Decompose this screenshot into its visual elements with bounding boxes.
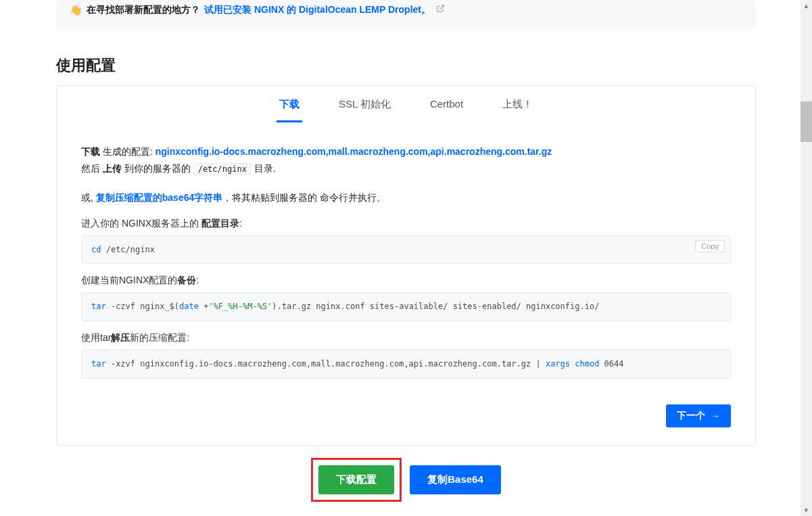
- intro-line-1: 下载 生成的配置: nginxconfig.io-docs.macrozheng…: [81, 143, 731, 160]
- copy-base64-link[interactable]: 复制压缩配置的base64字符串: [96, 192, 222, 203]
- code-extract-p1: -xzvf nginxconfig.io-docs.macrozheng.com…: [106, 359, 546, 369]
- tab-certbot[interactable]: Certbot: [427, 98, 466, 122]
- promo-banner: 👋 在寻找部署新配置的地方？ 试用已安装 NGINX 的 DigitalOcea…: [56, 0, 756, 30]
- code-backup-p2: +: [199, 302, 208, 311]
- step2-suffix: :: [196, 275, 199, 285]
- code-backup-p1: -czvf nginx_$(: [106, 302, 179, 311]
- code-block-backup: tar -czvf nginx_$(date +'%F_%H-%M-%S').t…: [81, 292, 731, 321]
- arrow-right-icon: →: [711, 411, 720, 421]
- action-row: 下载配置 复制Base64: [5, 446, 807, 516]
- code-extract-kw2: xargs: [546, 359, 570, 369]
- then-text: 然后: [81, 163, 103, 174]
- download-archive-link[interactable]: nginxconfig.io-docs.macrozheng.com,mall.…: [156, 146, 552, 157]
- scroll-down-icon[interactable]: ▼: [801, 505, 812, 516]
- code-cd-kw: cd: [91, 245, 101, 254]
- code-backup-kw2: date: [179, 302, 199, 311]
- wave-icon: 👋: [70, 4, 82, 16]
- download-config-button[interactable]: 下载配置: [318, 465, 394, 494]
- step3-suffix: 新的压缩配置:: [130, 332, 189, 343]
- code-block-cd: Copy cd /etc/nginx: [81, 235, 731, 264]
- step-1-label: 进入你的 NGINX服务器上的 配置目录:: [81, 218, 731, 230]
- code-block-extract: tar -xzvf nginxconfig.io-docs.macrozheng…: [81, 350, 731, 379]
- upload-text: 到你的服务器的: [122, 163, 193, 174]
- download-text: 生成的配置:: [100, 146, 156, 157]
- base64-text: ，将其粘贴到服务器的 命令行并执行。: [222, 192, 386, 203]
- code-extract-p2: 0644: [599, 359, 623, 369]
- banner-text: 在寻找部署新配置的地方？: [87, 4, 200, 16]
- step2-pre: 创建当前NGINX配置的: [81, 275, 177, 285]
- code-extract-kw1: tar: [91, 359, 106, 369]
- step1-bold: 配置目录: [201, 218, 239, 229]
- next-row: 下一个 →: [57, 392, 755, 445]
- or-text: 或,: [81, 192, 96, 203]
- intro-line-3: 或, 复制压缩配置的base64字符串，将其粘贴到服务器的 命令行并执行。: [81, 189, 731, 206]
- config-card: 下载 SSL 初始化 Certbot 上线！ 下载 生成的配置: nginxco…: [56, 85, 756, 446]
- step2-bold: 备份: [177, 275, 196, 285]
- download-bold: 下载: [81, 146, 100, 157]
- copy-button[interactable]: Copy: [695, 240, 725, 252]
- code-cd-rest: /etc/nginx: [101, 245, 154, 254]
- next-button-label: 下一个: [677, 410, 705, 422]
- highlight-box: 下载配置: [311, 458, 402, 502]
- code-backup-p3: ).tar.gz nginx.conf sites-available/ sit…: [272, 302, 599, 311]
- tab-live[interactable]: 上线！: [500, 98, 535, 122]
- card-body: 下载 生成的配置: nginxconfig.io-docs.macrozheng…: [57, 123, 755, 392]
- next-button[interactable]: 下一个 →: [666, 404, 731, 427]
- code-backup-kw1: tar: [91, 302, 106, 311]
- nginx-path-code: /etc/nginx: [193, 163, 252, 175]
- step-3-label: 使用tar解压新的压缩配置:: [81, 332, 731, 344]
- svg-line-0: [439, 5, 444, 9]
- step3-pre: 使用tar: [81, 332, 111, 343]
- step-2-label: 创建当前NGINX配置的备份:: [81, 275, 731, 287]
- banner-link[interactable]: 试用已安装 NGINX 的 DigitalOcean LEMP Droplet。: [204, 4, 445, 16]
- step3-bold: 解压: [111, 332, 130, 343]
- tab-ssl[interactable]: SSL 初始化: [336, 98, 393, 122]
- step1-suffix: :: [239, 218, 242, 229]
- tab-bar: 下载 SSL 初始化 Certbot 上线！: [57, 86, 755, 123]
- upload-suffix: 目录.: [252, 163, 276, 174]
- intro-line-2: 然后 上传 到你的服务器的 /etc/nginx 目录.: [81, 160, 731, 177]
- upload-bold: 上传: [103, 163, 122, 174]
- code-backup-str: '%F_%H-%M-%S': [208, 302, 272, 311]
- tab-download[interactable]: 下载: [277, 98, 302, 122]
- section-heading-use-config: 使用配置: [56, 55, 756, 76]
- step1-pre: 进入你的 NGINX服务器上的: [81, 218, 201, 229]
- scroll-up-icon[interactable]: ▲: [801, 0, 812, 11]
- copy-base64-button[interactable]: 复制Base64: [410, 465, 501, 494]
- banner-link-label: 试用已安装 NGINX 的 DigitalOcean LEMP Droplet。: [204, 4, 431, 15]
- scrollbar-track[interactable]: ▲ ▼: [801, 0, 812, 516]
- external-link-icon: [436, 4, 445, 15]
- code-extract-kw3: chmod: [570, 359, 599, 369]
- scrollbar-thumb[interactable]: [801, 101, 812, 142]
